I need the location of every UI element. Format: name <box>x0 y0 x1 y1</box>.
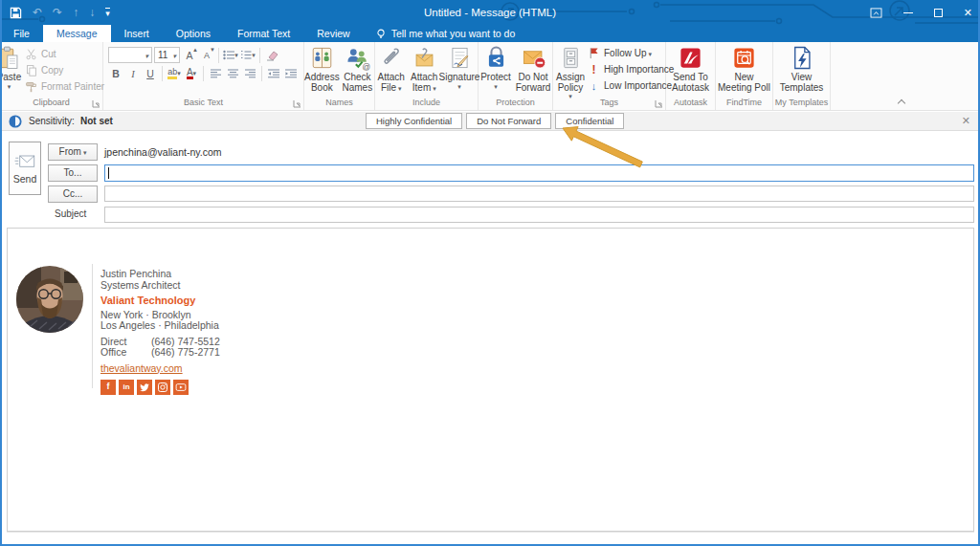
highly-confidential-button[interactable]: Highly Confidential <box>366 113 462 129</box>
increase-indent-icon <box>285 69 297 78</box>
cc-input[interactable] <box>104 186 974 202</box>
subject-input[interactable] <box>104 207 974 223</box>
bold-button[interactable]: B <box>108 66 123 81</box>
office-label: Office <box>100 347 151 359</box>
follow-up-button[interactable]: Follow Up <box>586 45 676 61</box>
high-importance-button[interactable]: ! High Importance <box>586 61 676 77</box>
signature-divider <box>92 264 93 388</box>
close-button[interactable]: ✕ <box>964 7 972 19</box>
low-importance-icon: ↓ <box>588 80 600 92</box>
align-left-button[interactable] <box>208 66 223 81</box>
new-meeting-poll-button[interactable]: New Meeting Poll <box>718 44 771 93</box>
message-body[interactable]: Justin Penchina Systems Architect Valian… <box>7 228 974 532</box>
text-highlight-button[interactable]: ab <box>167 66 182 81</box>
align-center-button[interactable] <box>225 66 240 81</box>
do-not-forward-sensitivity-button[interactable]: Do Not Forward <box>466 113 551 129</box>
view-templates-button[interactable]: View Templates <box>777 44 827 93</box>
minimize-button[interactable] <box>903 12 913 13</box>
copy-button[interactable]: Copy <box>23 62 106 78</box>
from-address: jpenchina@valiant-ny.com <box>104 143 222 161</box>
do-not-forward-icon <box>521 45 546 71</box>
ribbon-display-options-icon <box>870 8 882 18</box>
tags-group-label: Tags <box>600 98 618 107</box>
clipboard-dialog-launcher[interactable] <box>92 99 100 108</box>
facebook-icon[interactable]: f <box>100 380 116 395</box>
protect-button[interactable]: Protect <box>479 44 513 90</box>
text-caret <box>108 167 109 179</box>
font-name-combo[interactable] <box>108 47 152 63</box>
shrink-font-button[interactable]: A▼ <box>199 48 214 63</box>
check-names-icon: @ <box>345 45 370 71</box>
tab-message[interactable]: Message <box>43 25 111 42</box>
increase-indent-button[interactable] <box>283 66 299 81</box>
close-icon: ✕ <box>964 7 972 19</box>
bullets-button[interactable] <box>223 48 238 63</box>
signature-social-icons: f in <box>100 380 220 395</box>
paste-button[interactable]: Paste <box>0 44 22 90</box>
paste-label: Paste <box>0 73 21 83</box>
tab-options[interactable]: Options <box>163 25 224 42</box>
collapse-ribbon-button[interactable] <box>899 98 905 105</box>
view-templates-icon <box>789 45 814 71</box>
to-input[interactable] <box>104 164 974 182</box>
attach-file-label: Attach File <box>375 73 408 94</box>
grow-font-button[interactable]: A▲ <box>182 48 197 63</box>
numbering-button[interactable] <box>240 48 256 63</box>
tab-insert[interactable]: Insert <box>111 25 163 42</box>
tags-dialog-launcher[interactable] <box>655 99 663 108</box>
cc-label: Cc... <box>63 188 83 199</box>
youtube-icon[interactable] <box>173 380 189 395</box>
tab-format-text[interactable]: Format Text <box>224 25 303 42</box>
protection-group-label: Protection <box>496 98 535 107</box>
findtime-icon <box>731 45 757 71</box>
cut-icon <box>25 48 37 60</box>
tab-review[interactable]: Review <box>303 25 363 42</box>
maximize-button[interactable] <box>934 9 943 17</box>
cc-button[interactable]: Cc... <box>48 186 98 203</box>
attach-file-button[interactable]: Attach File <box>375 44 408 94</box>
send-to-autotask-button[interactable]: Send To Autotask <box>668 44 714 93</box>
font-color-button[interactable]: A <box>184 66 199 81</box>
titlebar: ↶ ↷ ↑ ↓ ▾ Untitled - Message (HTML) ✕ <box>0 0 980 25</box>
align-left-icon <box>211 69 221 78</box>
sensitivity-bar-close-button[interactable]: ✕ <box>962 115 970 127</box>
attach-item-button[interactable]: Attach Item <box>409 44 441 94</box>
autotask-group: Send To Autotask Autotask <box>666 42 716 110</box>
sensitivity-bar: Sensitivity: Not set Highly Confidential… <box>0 112 980 131</box>
align-right-button[interactable] <box>242 66 257 81</box>
names-group-label: Names <box>325 98 353 107</box>
instagram-icon[interactable] <box>155 380 170 395</box>
sensitivity-label: Sensitivity: <box>29 116 75 126</box>
do-not-forward-button[interactable]: Do Not Forward <box>514 44 552 93</box>
tell-me-box[interactable]: Tell me what you want to do <box>364 25 527 42</box>
linkedin-glyph: in <box>122 382 129 393</box>
basic-text-dialog-launcher[interactable] <box>293 99 301 108</box>
assign-policy-button[interactable]: Assign Policy <box>556 44 585 99</box>
from-label: From <box>59 146 81 157</box>
tab-file[interactable]: File <box>0 25 43 42</box>
paste-icon <box>0 45 22 71</box>
check-names-button[interactable]: @ Check Names <box>341 44 374 93</box>
cut-button[interactable]: Cut <box>23 46 106 62</box>
signature-website-link[interactable]: thevaliantway.com <box>100 362 183 374</box>
low-importance-button[interactable]: ↓ Low Importance <box>586 77 676 94</box>
address-book-button[interactable]: Address Book <box>304 44 340 93</box>
signature-photo <box>16 266 83 333</box>
font-size-combo[interactable]: 11 <box>154 47 180 63</box>
underline-button[interactable]: U <box>143 66 158 81</box>
clear-formatting-button[interactable] <box>264 48 279 63</box>
decrease-indent-button[interactable] <box>266 66 281 81</box>
italic-button[interactable]: I <box>125 66 141 81</box>
to-button[interactable]: To... <box>48 164 98 182</box>
clipboard-group-label: Clipboard <box>33 98 70 107</box>
format-painter-button[interactable]: Format Painter <box>23 78 106 95</box>
send-button[interactable]: Send <box>9 142 41 195</box>
youtube-play-icon <box>175 382 187 393</box>
twitter-icon[interactable] <box>137 380 152 395</box>
ribbon-display-options-button[interactable] <box>870 8 882 18</box>
from-button[interactable]: From <box>48 143 98 161</box>
confidential-button[interactable]: Confidential <box>555 113 624 129</box>
linkedin-icon[interactable]: in <box>119 380 134 395</box>
signature-button[interactable]: Signature <box>441 44 478 90</box>
align-center-icon <box>228 69 238 78</box>
